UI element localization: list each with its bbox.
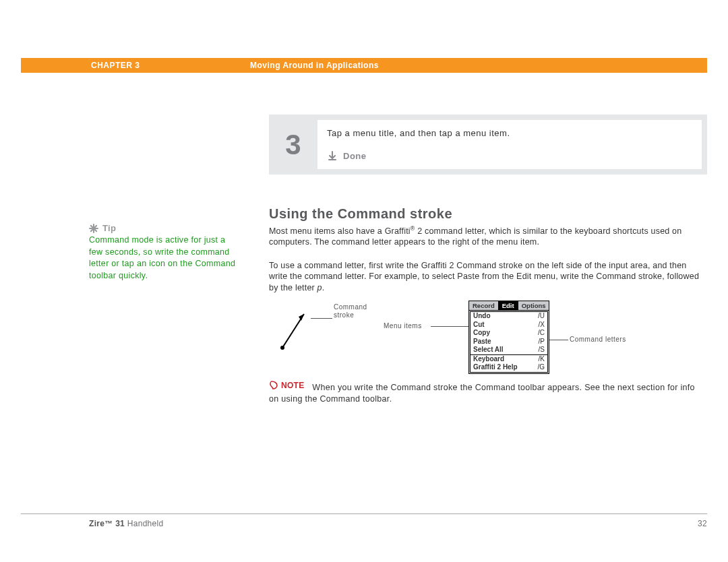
chapter-title: Moving Around in Applications xyxy=(250,61,379,70)
palm-menu: Record Edit Options Undo/U Cut/X Copy/C … xyxy=(468,301,549,374)
leader-line xyxy=(311,318,332,319)
menu-item-shortcut: /P xyxy=(539,338,545,346)
menu-item-label: Copy xyxy=(473,329,490,338)
menu-item: Paste/P xyxy=(471,338,547,346)
command-stroke-label: Command stroke xyxy=(334,303,388,319)
tip-label: Tip xyxy=(102,223,116,233)
tip-heading: Tip xyxy=(89,223,237,233)
menu-tab-record: Record xyxy=(469,301,499,310)
footer: Zire™ 31 Handheld 32 xyxy=(89,519,707,528)
step-body: Tap a menu title, and then tap a menu it… xyxy=(317,120,702,169)
para2-part-b: . xyxy=(322,283,325,292)
done-arrow-icon xyxy=(327,150,338,161)
note-paragraph: NOTE When you write the Command stroke t… xyxy=(269,380,707,405)
svg-point-5 xyxy=(280,346,284,350)
done-label: Done xyxy=(343,151,367,161)
menu-item: Keyboard/K xyxy=(471,355,547,364)
footer-rule xyxy=(21,513,707,514)
intro-paragraph-2: To use a command letter, first write the… xyxy=(269,260,707,293)
menu-tab-options: Options xyxy=(518,301,549,310)
menu-item-label: Graffiti 2 Help xyxy=(473,363,518,372)
menu-item-shortcut: /C xyxy=(538,329,545,338)
command-stroke-icon xyxy=(278,309,309,352)
intro-paragraph-1: Most menu items also have a Graffiti® 2 … xyxy=(269,225,707,248)
leader-line xyxy=(549,340,568,340)
menu-item-shortcut: /S xyxy=(539,346,545,354)
menu-items-label: Menu items xyxy=(384,322,422,330)
menu-item-shortcut: /U xyxy=(538,312,545,321)
para2-part-a: To use a command letter, first write the… xyxy=(269,261,699,292)
menu-item-label: Undo xyxy=(473,312,491,321)
note-text: When you write the Command stroke the Co… xyxy=(269,383,695,404)
svg-marker-6 xyxy=(299,314,304,321)
chapter-label: CHAPTER 3 xyxy=(21,61,250,70)
product-name: Zire™ 31 Handheld xyxy=(89,519,164,528)
note-icon xyxy=(269,381,278,390)
header-bar: CHAPTER 3 Moving Around in Applications xyxy=(21,58,707,73)
menu-item: Copy/C xyxy=(471,329,547,338)
menu-item-label: Cut xyxy=(473,321,485,330)
step-number: 3 xyxy=(269,115,317,175)
menu-item-label: Keyboard xyxy=(473,355,504,364)
tip-body: Command mode is active for just a few se… xyxy=(89,235,237,282)
asterisk-icon xyxy=(89,224,98,233)
menu-item-label: Select All xyxy=(473,346,504,354)
menu-item: Cut/X xyxy=(471,321,547,330)
note-badge: NOTE xyxy=(269,380,305,391)
menu-item: Undo/U xyxy=(471,312,547,321)
menu-item-shortcut: /X xyxy=(539,321,545,330)
command-letters-label: Command letters xyxy=(570,336,626,343)
menu-list: Undo/U Cut/X Copy/C Paste/P Select All/S… xyxy=(470,311,548,373)
para1-part-a: Most menu items also have a Graffiti xyxy=(269,226,411,236)
product-name-rest: Handheld xyxy=(125,519,163,528)
step-text: Tap a menu title, and then tap a menu it… xyxy=(327,128,692,138)
figure: Command stroke Menu items Command letter… xyxy=(269,296,707,377)
menu-item-shortcut: /G xyxy=(537,363,545,372)
menu-tab-edit: Edit xyxy=(499,301,518,310)
menu-bar: Record Edit Options xyxy=(469,301,549,311)
para2-italic: p xyxy=(317,283,322,292)
page-number: 32 xyxy=(698,519,707,528)
registered-mark: ® xyxy=(411,225,415,232)
menu-item-label: Paste xyxy=(473,338,491,346)
section-heading: Using the Command stroke xyxy=(269,206,452,222)
menu-item: Graffiti 2 Help/G xyxy=(471,363,547,372)
note-badge-text: NOTE xyxy=(281,380,305,391)
tip-box: Tip Command mode is active for just a fe… xyxy=(89,223,237,282)
leader-line xyxy=(431,326,468,327)
menu-item-shortcut: /K xyxy=(539,355,545,364)
step-box: 3 Tap a menu title, and then tap a menu … xyxy=(269,115,707,175)
done-row: Done xyxy=(327,150,692,161)
product-name-bold: Zire™ 31 xyxy=(89,519,125,528)
menu-item: Select All/S xyxy=(471,346,547,354)
